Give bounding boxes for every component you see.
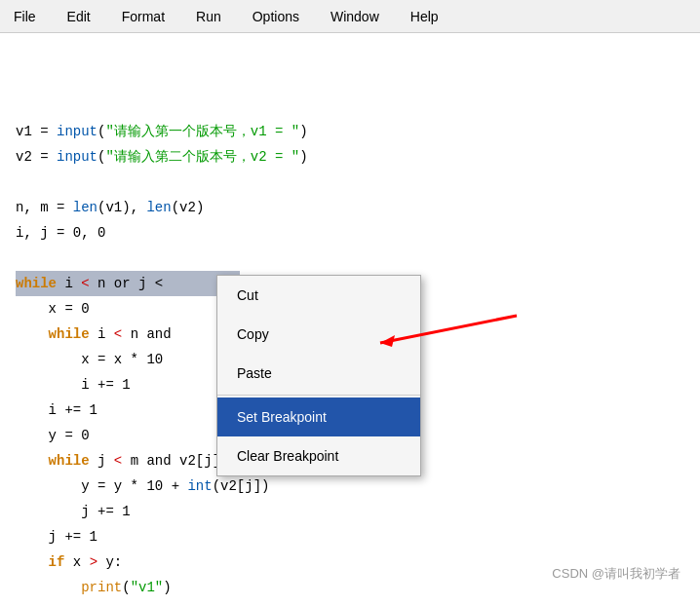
- code-line-nm: n, m = len(v1), len(v2): [16, 195, 684, 220]
- code-line-blank3: [16, 94, 684, 119]
- menu-window[interactable]: Window: [325, 5, 385, 28]
- menu-edit[interactable]: Edit: [61, 5, 97, 28]
- code-line-v1: v1 = input("请输入第一个版本号，v1 = "): [16, 119, 684, 144]
- ctx-clear-breakpoint[interactable]: Clear Breakpoint: [217, 436, 420, 475]
- ctx-cut[interactable]: Cut: [217, 276, 420, 315]
- menu-options[interactable]: Options: [247, 5, 305, 28]
- ctx-separator: [217, 395, 420, 396]
- context-menu: Cut Copy Paste Set Breakpoint Clear Brea…: [216, 275, 421, 476]
- ctx-paste[interactable]: Paste: [217, 354, 420, 393]
- menu-format[interactable]: Format: [116, 5, 171, 28]
- menu-help[interactable]: Help: [405, 5, 445, 28]
- code-line-j2: j += 1: [16, 524, 684, 549]
- code-line-blank5: [16, 246, 684, 271]
- code-line-ij: i, j = 0, 0: [16, 220, 684, 246]
- code-line-j1: j += 1: [16, 499, 684, 524]
- code-line-yint: y = y * 10 + int(v2[j]): [16, 473, 684, 499]
- code-line-blank1: [16, 43, 684, 68]
- watermark: CSDN @请叫我初学者: [552, 561, 681, 587]
- code-line-blank4: [16, 170, 684, 195]
- code-editor[interactable]: v1 = input("请输入第一个版本号，v1 = ") v2 = input…: [0, 33, 700, 606]
- code-line-break: break: [16, 600, 684, 606]
- menu-file[interactable]: File: [8, 5, 42, 28]
- menubar: File Edit Format Run Options Window Help: [0, 0, 700, 33]
- ctx-copy[interactable]: Copy: [217, 315, 420, 354]
- code-line-v2: v2 = input("请输入第二个版本号，v2 = "): [16, 144, 684, 170]
- code-line-blank2: [16, 68, 684, 94]
- ctx-set-breakpoint[interactable]: Set Breakpoint: [217, 398, 420, 436]
- menu-run[interactable]: Run: [190, 5, 227, 28]
